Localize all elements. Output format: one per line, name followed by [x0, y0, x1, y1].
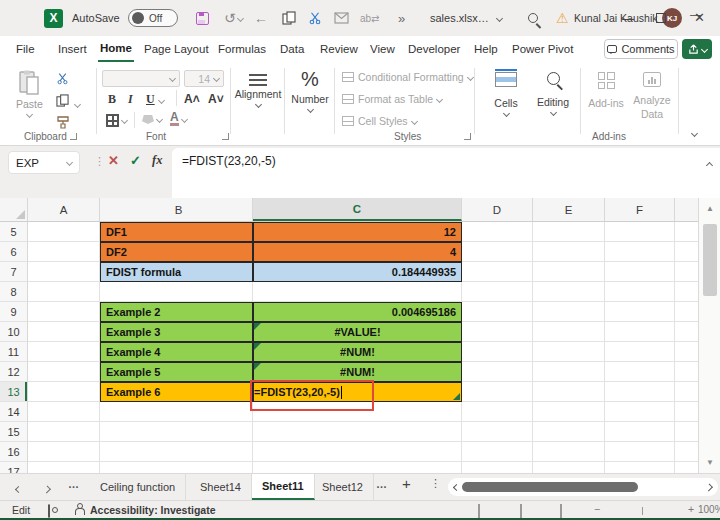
hscroll-left-icon[interactable]: [453, 483, 460, 490]
cell-b6[interactable]: DF2: [100, 242, 253, 262]
page-break-view-icon[interactable]: [560, 505, 562, 517]
font-name-dropdown[interactable]: [102, 70, 180, 87]
tab-data[interactable]: Data: [278, 36, 306, 62]
cell-c11[interactable]: #NUM!: [253, 342, 462, 362]
zoom-level[interactable]: 100%: [698, 504, 720, 515]
insert-function-icon[interactable]: fx: [152, 153, 162, 168]
cell-c6[interactable]: 4: [253, 242, 462, 262]
font-color-button[interactable]: A: [170, 112, 187, 126]
analyze-data-button[interactable]: Analyze Data: [630, 72, 674, 120]
undo-icon[interactable]: ↺: [224, 0, 243, 36]
column-header-e[interactable]: E: [533, 198, 605, 221]
autosave-toggle[interactable]: Off: [128, 0, 178, 36]
save-icon[interactable]: [196, 0, 209, 36]
tab-review[interactable]: Review: [318, 36, 360, 62]
user-name[interactable]: Kunal Jai Kaushik: [574, 0, 657, 36]
tab-home[interactable]: Home: [98, 36, 134, 62]
tab-developer[interactable]: Developer: [406, 36, 462, 62]
back-arrow-icon[interactable]: ←: [254, 0, 268, 36]
bold-button[interactable]: B: [108, 92, 116, 107]
horizontal-scroll-thumb[interactable]: [462, 482, 638, 492]
conditional-formatting-button[interactable]: Conditional Formatting: [342, 71, 473, 83]
row-header[interactable]: 15: [0, 422, 28, 442]
cell-b9[interactable]: Example 2: [100, 302, 253, 322]
column-header-f[interactable]: F: [605, 198, 675, 221]
vertical-scrollbar[interactable]: ▲ ▼: [698, 198, 720, 473]
formula-input[interactable]: =FDIST(23,20,-5): [172, 148, 720, 198]
column-header-b[interactable]: B: [100, 198, 253, 221]
search-icon[interactable]: [528, 0, 538, 36]
cell-b13[interactable]: Example 6: [100, 382, 253, 402]
cell-b11[interactable]: Example 4: [100, 342, 253, 362]
share-button[interactable]: [682, 39, 712, 59]
row-header[interactable]: 10: [0, 322, 28, 342]
column-header-d[interactable]: D: [462, 198, 533, 221]
fill-color-button[interactable]: [142, 115, 162, 124]
row-header[interactable]: 6: [0, 242, 28, 262]
row-header[interactable]: 5: [0, 222, 28, 242]
row-header[interactable]: 16: [0, 442, 28, 462]
zoom-slider-thumb[interactable]: [642, 507, 643, 515]
paste-button[interactable]: Paste: [16, 70, 43, 117]
sheet-list-icon[interactable]: …: [68, 478, 80, 490]
scroll-down-icon[interactable]: ▼: [699, 458, 720, 467]
italic-button[interactable]: I: [128, 92, 133, 107]
cell-c12[interactable]: #NUM!: [253, 362, 462, 382]
tab-file[interactable]: File: [14, 36, 37, 62]
page-layout-view-icon[interactable]: [520, 505, 522, 517]
new-sheet-button[interactable]: +: [402, 475, 411, 492]
sheet-tab-sheet14[interactable]: Sheet14: [190, 474, 252, 500]
cut-icon[interactable]: [308, 0, 322, 36]
cancel-icon[interactable]: ✕: [108, 153, 119, 168]
select-all-corner[interactable]: [0, 198, 28, 221]
number-button[interactable]: % Number: [287, 68, 333, 112]
zoom-in-icon[interactable]: +: [688, 503, 694, 515]
row-header[interactable]: 11: [0, 342, 28, 362]
tab-formulas[interactable]: Formulas: [216, 36, 268, 62]
accessibility-status[interactable]: Accessibility: Investigate: [90, 504, 215, 516]
editing-button[interactable]: Editing: [530, 72, 576, 115]
scroll-up-icon[interactable]: ▲: [699, 204, 720, 213]
vertical-scroll-thumb[interactable]: [703, 224, 717, 296]
document-title[interactable]: sales.xlsx…: [430, 0, 502, 36]
cell-c10[interactable]: #VALUE!: [253, 322, 462, 342]
format-painter-button[interactable]: [56, 116, 70, 131]
sheet-tab-sheet11-active[interactable]: Sheet11: [252, 474, 315, 500]
collapse-ribbon-icon[interactable]: [692, 126, 697, 138]
cell-c5[interactable]: 12: [253, 222, 462, 242]
font-dialog-launcher-icon[interactable]: [222, 133, 229, 140]
row-header-active[interactable]: 13: [0, 382, 28, 402]
tab-power-pivot[interactable]: Power Pivot: [510, 36, 575, 62]
cells-button[interactable]: Cells: [484, 72, 528, 116]
expand-formula-bar-icon[interactable]: [707, 158, 712, 172]
horizontal-scrollbar[interactable]: [448, 478, 718, 496]
sheet-options-icon[interactable]: ⋮: [430, 477, 441, 490]
row-header[interactable]: 7: [0, 262, 28, 282]
cell-b7[interactable]: FDIST formula: [100, 262, 253, 282]
sheet-tab-ceiling-function[interactable]: Ceiling function: [90, 474, 186, 500]
copy-button[interactable]: [56, 94, 80, 109]
row-header[interactable]: 12: [0, 362, 28, 382]
next-sheet-icon[interactable]: [44, 482, 50, 494]
row-header[interactable]: 8: [0, 282, 28, 302]
row-header[interactable]: 17: [0, 462, 28, 473]
maximize-button[interactable]: [656, 13, 666, 23]
cell-styles-button[interactable]: Cell Styles: [342, 115, 417, 127]
find-replace-icon[interactable]: ab⇄: [360, 0, 380, 36]
clipboard-dialog-launcher-icon[interactable]: [70, 133, 77, 140]
cell-b5[interactable]: DF1: [100, 222, 253, 242]
cell-b10[interactable]: Example 3: [100, 322, 253, 342]
format-as-table-button[interactable]: Format as Table: [342, 93, 442, 105]
add-ins-button[interactable]: Add-ins: [586, 72, 626, 109]
excel-logo-icon[interactable]: X: [44, 0, 63, 36]
mail-icon[interactable]: [334, 0, 349, 36]
minimize-button[interactable]: —: [622, 12, 634, 26]
grow-font-button[interactable]: A˄: [184, 92, 200, 106]
cell-c9[interactable]: 0.004695186: [253, 302, 462, 322]
column-header-c[interactable]: C: [253, 198, 462, 221]
copy-icon[interactable]: [282, 0, 296, 36]
macro-record-icon[interactable]: [48, 505, 50, 517]
cut-button[interactable]: [56, 72, 69, 87]
column-header-a[interactable]: A: [28, 198, 100, 221]
formula-bar-splitter[interactable]: ⋮: [94, 155, 105, 168]
